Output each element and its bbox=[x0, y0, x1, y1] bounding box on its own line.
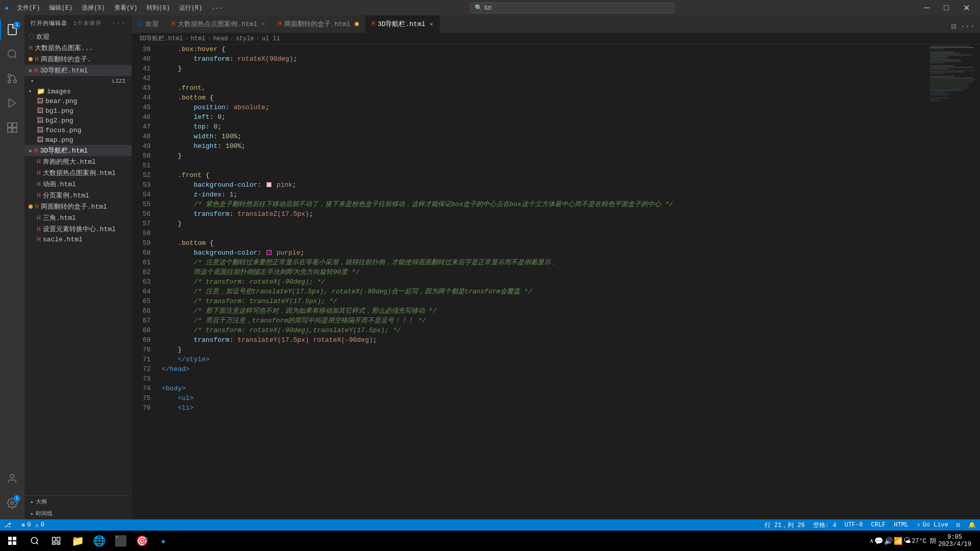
explorer-title[interactable]: ▾ LIZI bbox=[24, 76, 132, 86]
status-bell[interactable]: 🔔 bbox=[964, 519, 980, 531]
tree-focus[interactable]: 🖼 focus.png bbox=[24, 126, 132, 135]
breadcrumb-head[interactable]: head bbox=[213, 35, 228, 42]
tab-flip[interactable]: H 两面翻转的盒子.html bbox=[272, 15, 365, 33]
more-actions-icon[interactable]: ··· bbox=[959, 21, 976, 32]
tab-bigdata[interactable]: H 大数据热点点图案例.html ✕ bbox=[165, 15, 272, 33]
taskbar-app4[interactable]: 🎯 bbox=[132, 531, 152, 551]
menu-goto[interactable]: 转到(G) bbox=[142, 3, 174, 13]
open-editor-bigdata[interactable]: H 大数据热点图案... bbox=[24, 42, 132, 54]
breadcrumb-style[interactable]: style bbox=[236, 35, 254, 42]
image-icon-bg2: 🖼 bbox=[37, 117, 43, 124]
taskbar-time[interactable]: 9:05 2023/4/19 bbox=[938, 534, 971, 548]
close-icon-3dnav[interactable]: ✕ bbox=[29, 67, 32, 74]
open-editor-3dnav[interactable]: ✕ H 3D导航栏.html bbox=[24, 65, 132, 76]
breadcrumb-html[interactable]: html bbox=[191, 35, 206, 42]
tree-running-bear[interactable]: H 奔跑的熊大.html bbox=[24, 156, 132, 167]
status-encoding[interactable]: UTF-8 bbox=[840, 519, 867, 531]
outline-chevron-icon: ▸ bbox=[31, 499, 34, 505]
tree-sacle[interactable]: H sacle.html bbox=[24, 235, 132, 244]
split-editor-icon[interactable]: ⊡ bbox=[950, 20, 958, 33]
search-activity-icon[interactable] bbox=[0, 42, 24, 66]
menu-edit[interactable]: 编辑(E) bbox=[45, 3, 77, 13]
status-position[interactable]: 行 21，列 26 bbox=[761, 519, 809, 531]
taskbar-volume-icon[interactable]: 🔊 bbox=[884, 537, 893, 545]
breadcrumb-ulli[interactable]: ul li bbox=[262, 35, 280, 42]
main-layout: 1 bbox=[0, 15, 980, 519]
tree-bigdata[interactable]: H 大数据热点图案例.html bbox=[24, 167, 132, 179]
tab-close-3dnav[interactable]: ✕ bbox=[429, 20, 433, 28]
close-button[interactable]: ✕ bbox=[957, 2, 976, 14]
status-spaces[interactable]: 空格: 4 bbox=[809, 519, 841, 531]
menu-view[interactable]: 查看(V) bbox=[110, 3, 142, 13]
tree-triangle[interactable]: H 三角.html bbox=[24, 212, 132, 223]
menu-file[interactable]: 文件(F) bbox=[13, 3, 44, 13]
close-x-3dnav[interactable]: ✕ bbox=[29, 147, 32, 154]
taskbar-vscode[interactable]: ✦ bbox=[153, 531, 174, 551]
tab-3dnav[interactable]: H 3D导航栏.html ✕ bbox=[365, 15, 440, 33]
source-control-activity-icon[interactable] bbox=[0, 66, 24, 91]
taskbar-edge[interactable]: 🌐 bbox=[89, 531, 109, 551]
explorer-activity-icon[interactable]: 1 bbox=[0, 17, 24, 42]
tree-pagination[interactable]: H 分页案例.html bbox=[24, 190, 132, 201]
menu-select[interactable]: 选择(S) bbox=[78, 3, 109, 13]
tree-bg2[interactable]: 🖼 bg2.png bbox=[24, 116, 132, 126]
open-editor-flip[interactable]: H 两面翻转的盒子. bbox=[24, 54, 132, 65]
tab-welcome[interactable]: ⬡ 欢迎 bbox=[132, 15, 165, 33]
code-line-54: z-index: 1; bbox=[160, 190, 929, 199]
tree-images-folder[interactable]: ▾ 📁 images bbox=[24, 86, 132, 96]
open-editors-more[interactable]: ··· bbox=[112, 19, 126, 27]
minimize-button[interactable]: ─ bbox=[918, 2, 936, 13]
taskbar-right: ∧ 💬 🔊 📶 🌤 27°C 阴 9:05 2023/4/19 bbox=[870, 534, 980, 548]
taskbar-taskview[interactable] bbox=[46, 531, 66, 551]
taskbar-app3[interactable]: ⬛ bbox=[110, 531, 131, 551]
html-file-icon-sacle: H bbox=[37, 236, 41, 243]
taskbar-weather-icon: 🌤 bbox=[903, 537, 911, 545]
title-bar-search[interactable]: 🔍 bbox=[470, 3, 674, 13]
html-file-icon-transform: H bbox=[37, 226, 41, 233]
tree-bear[interactable]: 🖼 bear.png bbox=[24, 96, 132, 106]
search-input[interactable] bbox=[484, 4, 670, 11]
breadcrumb-file[interactable]: 3D导航栏.html bbox=[139, 34, 183, 43]
status-eol[interactable]: CRLF bbox=[867, 519, 890, 531]
outline-title[interactable]: ▸ 大纲 bbox=[24, 495, 132, 508]
status-language[interactable]: HTML bbox=[890, 519, 913, 531]
maximize-button[interactable]: □ bbox=[938, 2, 955, 13]
run-activity-icon[interactable] bbox=[0, 91, 24, 115]
settings-activity-icon[interactable]: 1 bbox=[0, 491, 24, 515]
taskbar-chevron[interactable]: ∧ bbox=[870, 537, 873, 545]
status-golive[interactable]: ⚡ Go Live bbox=[913, 519, 952, 531]
taskbar-search[interactable] bbox=[24, 531, 45, 551]
welcome-tab-icon: ⬡ bbox=[138, 20, 143, 28]
code-editor[interactable]: 39 40 41 42 43 44 45 46 47 48 49 50 51 5… bbox=[132, 44, 980, 519]
code-content[interactable]: .box:hover { transform: rotateX(90deg); … bbox=[160, 44, 929, 519]
start-button[interactable] bbox=[0, 536, 24, 545]
open-editors-header[interactable]: 打开的编辑器 1个未保存 ··· bbox=[24, 15, 132, 31]
taskbar-chat-icon[interactable]: 💬 bbox=[874, 537, 883, 545]
tree-transform[interactable]: H 设置元素转换中心.html bbox=[24, 223, 132, 235]
extensions-activity-icon[interactable] bbox=[0, 115, 24, 140]
flip-modified-dot bbox=[355, 22, 359, 26]
menu-more[interactable]: ... bbox=[208, 3, 227, 13]
code-line-43: .front, bbox=[160, 83, 929, 93]
status-notification[interactable]: ⊡ bbox=[952, 519, 964, 531]
taskbar-explorer[interactable]: 📁 bbox=[67, 531, 88, 551]
code-line-57: } bbox=[160, 219, 929, 229]
status-errors[interactable]: ⊗ 0 ⚠ 0 bbox=[17, 519, 48, 531]
svg-point-4 bbox=[8, 80, 11, 83]
taskbar-wifi-icon[interactable]: 📶 bbox=[894, 537, 902, 545]
minimap-content bbox=[929, 44, 980, 103]
tree-3dnav[interactable]: ✕ H 3D导航栏.html bbox=[24, 145, 132, 156]
menu-run[interactable]: 运行(R) bbox=[175, 3, 207, 13]
activity-bar: 1 bbox=[0, 15, 24, 519]
tree-bg1[interactable]: 🖼 bg1.png bbox=[24, 106, 132, 116]
timeline-title[interactable]: ▸ 时间线 bbox=[24, 508, 132, 519]
tree-map[interactable]: 🖼 map.png bbox=[24, 135, 132, 145]
tree-flip[interactable]: H 两面翻转的盒子.html bbox=[24, 201, 132, 212]
open-editor-welcome[interactable]: ⬡ 欢迎 bbox=[24, 31, 132, 42]
code-line-51 bbox=[160, 161, 929, 170]
account-activity-icon[interactable] bbox=[0, 466, 24, 491]
status-branch[interactable]: ⎇ bbox=[0, 519, 17, 531]
tree-animation[interactable]: H 动画.html bbox=[24, 179, 132, 190]
code-line-72: </head> bbox=[160, 364, 929, 374]
tab-close-bigdata[interactable]: ✕ bbox=[261, 20, 265, 28]
